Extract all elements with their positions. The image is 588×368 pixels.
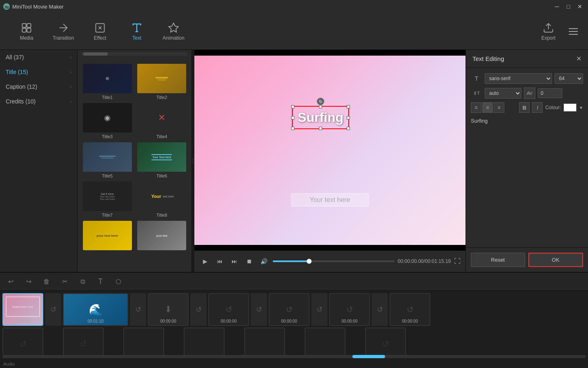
clip-row2-6[interactable] bbox=[305, 328, 345, 355]
letter-spacing-input[interactable] bbox=[538, 88, 562, 98]
panel-all[interactable]: All (37) › bbox=[0, 50, 77, 65]
clip-surf[interactable]: 🌊 00:01:10 bbox=[63, 293, 128, 326]
title2-label: Title2 bbox=[156, 95, 167, 100]
menu-line1 bbox=[569, 28, 578, 29]
second-track-row: ↺ ↺ bbox=[2, 328, 586, 355]
clip-empty3[interactable]: ↺ 00:00:00 bbox=[329, 293, 370, 326]
align-center-button[interactable]: ≡ bbox=[482, 102, 493, 113]
toolbar-text[interactable]: Text bbox=[118, 15, 155, 48]
clip-row2-1[interactable]: ↺ bbox=[2, 328, 43, 355]
handle-tr[interactable] bbox=[347, 105, 350, 108]
panel-title[interactable]: Title (15) › bbox=[0, 65, 77, 79]
handle-mr[interactable] bbox=[347, 116, 350, 119]
panel-caption[interactable]: Caption (12) › bbox=[0, 79, 77, 94]
toolbar-transition[interactable]: Transition bbox=[45, 15, 82, 48]
text-panel-close-button[interactable]: ✕ bbox=[576, 55, 581, 63]
clip-row2-7[interactable]: ↺ bbox=[365, 328, 406, 355]
maximize-button[interactable]: □ bbox=[564, 2, 573, 11]
scissors-button[interactable]: ✂ bbox=[59, 276, 70, 287]
clip-row2-2[interactable]: ↺ bbox=[63, 328, 104, 355]
title10-item[interactable]: your text bbox=[136, 221, 188, 252]
undo-button[interactable]: ↩ bbox=[5, 276, 16, 287]
copy-button[interactable]: ⧉ bbox=[77, 276, 88, 287]
alignment-row: ≡ ≡ ≡ B I Colour: ▼ bbox=[471, 102, 583, 113]
connector4[interactable]: ↺ bbox=[251, 293, 267, 326]
align-right-button[interactable]: ≡ bbox=[494, 102, 504, 113]
title1-label: Title1 bbox=[102, 95, 113, 100]
toolbar-media[interactable]: Media bbox=[8, 15, 45, 48]
title9-item[interactable]: your text here bbox=[82, 221, 133, 252]
reset-button[interactable]: Reset bbox=[471, 253, 525, 267]
clip-empty2[interactable]: ↺ 00:00:00 bbox=[269, 293, 310, 326]
toolbar-animation[interactable]: Animation bbox=[155, 15, 192, 48]
text-label: Text bbox=[132, 35, 141, 41]
font-family-select[interactable]: sans-serif serif monospace bbox=[485, 73, 552, 84]
connector1[interactable]: ↺ bbox=[45, 293, 61, 326]
toolbar-effect[interactable]: Effect bbox=[82, 15, 118, 48]
ok-button[interactable]: OK bbox=[528, 253, 584, 267]
clip-pink[interactable]: Video Slide here 00:00:05 bbox=[2, 293, 43, 326]
delete-button[interactable]: 🗑 bbox=[41, 276, 52, 287]
progress-bar[interactable] bbox=[273, 260, 394, 262]
title5-item[interactable]: Title5 bbox=[82, 142, 133, 178]
volume-button[interactable]: 🔊 bbox=[258, 256, 270, 267]
clip-pink-time: 00:00:05 bbox=[15, 319, 31, 323]
clip-download[interactable]: ⬇ 00:00:00 bbox=[148, 293, 189, 326]
clip-empty4[interactable]: ↺ 00:00:00 bbox=[390, 293, 430, 326]
timeline-scrollbar-thumb[interactable] bbox=[352, 355, 385, 358]
line-spacing-select[interactable]: auto 1.0 1.5 2.0 bbox=[485, 88, 521, 99]
thumbnail-scroll[interactable]: Title1 Title2 ◉ Title3 bbox=[78, 60, 192, 272]
close-button[interactable]: ✕ bbox=[575, 2, 585, 11]
text-placeholder-box[interactable]: Your text here bbox=[291, 193, 369, 206]
timeline-tracks[interactable]: Video Slide here 00:00:05 ↺ 🌊 00:01:10 ↺… bbox=[0, 291, 588, 355]
sticker-button[interactable]: ⬡ bbox=[113, 276, 124, 287]
handle-ml[interactable] bbox=[291, 116, 294, 119]
hamburger-menu[interactable] bbox=[567, 25, 580, 38]
title5-label: Title5 bbox=[102, 173, 113, 178]
connector3[interactable]: ↺ bbox=[190, 293, 207, 326]
toolbar-export[interactable]: Export bbox=[530, 15, 567, 48]
handle-br[interactable] bbox=[347, 127, 350, 130]
clip-row2-4[interactable] bbox=[184, 328, 225, 355]
handle-tm[interactable] bbox=[319, 105, 322, 108]
svg-rect-2 bbox=[22, 28, 26, 32]
connector6[interactable]: ↺ bbox=[372, 293, 388, 326]
placeholder-text[interactable]: Your text here bbox=[291, 193, 369, 206]
redo-button[interactable]: ↪ bbox=[23, 276, 34, 287]
connector2[interactable]: ↺ bbox=[130, 293, 146, 326]
clip-empty1[interactable]: ↺ 00:00:00 bbox=[208, 293, 249, 326]
title7-item[interactable]: Set it here Your text here Your text her… bbox=[82, 182, 133, 218]
bold-button[interactable]: B bbox=[519, 102, 530, 113]
animation-label: Animation bbox=[163, 35, 184, 41]
text-editing-box[interactable]: ↻ Surfing bbox=[292, 106, 349, 129]
timeline-scrollbar[interactable] bbox=[2, 355, 586, 358]
font-size-select[interactable]: 64 48 72 96 bbox=[555, 73, 583, 84]
title6-item[interactable]: Your Text Here Title6 bbox=[136, 142, 188, 178]
title8-item[interactable]: Your text here Title8 bbox=[136, 182, 188, 218]
title1-item[interactable]: Title1 bbox=[82, 64, 133, 100]
title3-item[interactable]: ◉ Title3 bbox=[82, 103, 133, 139]
clip-row2-3[interactable] bbox=[123, 328, 164, 355]
stop-button[interactable]: ⏹ bbox=[243, 256, 255, 267]
step-forward-button[interactable]: ⏭ bbox=[229, 256, 240, 267]
fullscreen-button[interactable]: ⛶ bbox=[454, 258, 461, 265]
color-dropdown[interactable]: ▼ bbox=[579, 105, 583, 110]
title4-item[interactable]: ✕ Title4 bbox=[136, 103, 188, 139]
step-back-button[interactable]: ⏮ bbox=[214, 256, 225, 267]
text-tl-button[interactable]: T bbox=[95, 276, 106, 287]
align-left-button[interactable]: ≡ bbox=[471, 102, 481, 113]
italic-button[interactable]: I bbox=[532, 102, 543, 113]
handle-bm[interactable] bbox=[319, 127, 322, 130]
handle-bl[interactable] bbox=[291, 127, 294, 130]
minimize-button[interactable]: ─ bbox=[552, 2, 562, 11]
title4-label: Title4 bbox=[156, 134, 167, 139]
color-swatch[interactable] bbox=[564, 103, 577, 112]
clip-row2-5[interactable] bbox=[244, 328, 285, 355]
handle-tl[interactable] bbox=[291, 105, 294, 108]
title2-item[interactable]: Title2 bbox=[136, 64, 188, 100]
play-button[interactable]: ▶ bbox=[199, 256, 211, 267]
rotate-handle[interactable]: ↻ bbox=[317, 98, 324, 105]
panel-credits[interactable]: Credits (10) › bbox=[0, 94, 77, 109]
font-row: T sans-serif serif monospace 64 48 72 96 bbox=[471, 73, 583, 84]
connector5[interactable]: ↺ bbox=[311, 293, 327, 326]
